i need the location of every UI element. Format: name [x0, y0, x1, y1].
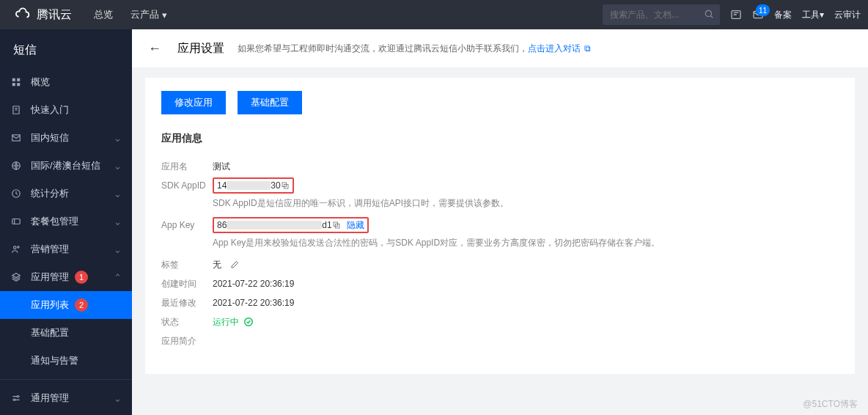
row-sdkappid: SDK AppID 14 30 [161, 177, 839, 194]
sidebar-item-quickstart[interactable]: 快速入门 [0, 96, 132, 124]
content-area: ← 应用设置 如果您希望与工程师即时沟通交流，欢迎通过腾讯云短信小助手联系我们，… [132, 29, 868, 415]
masked-content [227, 221, 322, 229]
nav-overview[interactable]: 总览 [94, 8, 113, 21]
brand-text: 腾讯云 [37, 7, 72, 23]
stack-icon [10, 272, 22, 282]
svg-point-13 [18, 246, 19, 248]
clock-icon [10, 188, 22, 199]
status-value: 运行中 [213, 314, 254, 330]
header-beian[interactable]: 备案 [774, 9, 792, 21]
people-icon [10, 244, 22, 254]
nav-products[interactable]: 云产品▾ [130, 8, 167, 21]
svg-rect-11 [12, 219, 21, 224]
ticket-icon [10, 216, 22, 227]
brief-label: 应用简介 [161, 333, 213, 349]
search-box[interactable] [603, 4, 720, 25]
created-value: 2021-07-22 20:36:19 [213, 276, 294, 292]
created-label: 创建时间 [161, 276, 213, 292]
grid-icon [10, 77, 22, 87]
search-input[interactable] [603, 4, 720, 25]
sidebar-item-notify[interactable]: 通知与告警 [0, 347, 132, 375]
sidebar-item-baseconfig[interactable]: 基础配置 [0, 319, 132, 347]
external-link-icon: ⧉ [582, 43, 591, 54]
check-circle-icon [243, 317, 254, 327]
notice-text: 如果您希望与工程师即时沟通交流，欢迎通过腾讯云短信小助手联系我们，点击进入对话 … [238, 43, 591, 55]
notice-link[interactable]: 点击进入对话 [528, 43, 581, 54]
svg-rect-3 [12, 78, 15, 81]
search-icon[interactable] [704, 9, 714, 19]
sdk-redbox: 14 30 [213, 177, 294, 194]
chevron-down-icon: ⌄ [114, 161, 122, 172]
button-row: 修改应用 基础配置 [161, 91, 839, 114]
sidebar-title: 短信 [0, 29, 132, 68]
appkey-redbox: 86 d1 隐藏 [213, 217, 369, 233]
back-arrow-icon[interactable]: ← [148, 41, 164, 56]
sidebar: 短信 概览 快速入门 国内短信 ⌄ 国际/港澳台短信 ⌄ 统计分析 ⌄ 套餐包管… [0, 29, 132, 415]
sdk-desc: SDK AppID是短信应用的唯一标识，调用短信API接口时，需要提供该参数。 [213, 197, 839, 210]
header-tools[interactable]: 工具▾ [802, 9, 824, 21]
doc-icon [10, 105, 22, 115]
appkey-value: 86 d1 隐藏 [213, 217, 369, 233]
row-modified: 最近修改 2021-07-22 20:36:19 [161, 295, 839, 311]
watermark: @51CTO博客 [803, 398, 858, 411]
chevron-down-icon: ⌄ [114, 188, 122, 199]
modified-value: 2021-07-22 20:36:19 [213, 295, 294, 311]
cloud-icon [15, 7, 31, 23]
tag-value: 无 [213, 257, 239, 273]
chevron-down-icon: ⌄ [114, 244, 122, 255]
top-header: 腾讯云 总览 云产品▾ 11 备案 工具▾ 云审计 [0, 0, 868, 29]
appname-label: 应用名 [161, 158, 213, 175]
svg-point-0 [705, 10, 711, 16]
edit-app-button[interactable]: 修改应用 [161, 91, 226, 114]
chevron-down-icon: ▾ [162, 10, 167, 21]
row-brief: 应用简介 [161, 333, 839, 349]
brand-logo[interactable]: 腾讯云 [15, 7, 72, 23]
sidebar-item-stats[interactable]: 统计分析 ⌄ [0, 180, 132, 208]
message-icon[interactable]: 11 [752, 9, 764, 21]
appkey-desc: App Key是用来校验短信发送合法性的密码，与SDK AppID对应，需要业务… [213, 236, 839, 249]
sliders-icon [10, 393, 22, 403]
header-audit[interactable]: 云审计 [834, 9, 861, 21]
edit-icon[interactable] [230, 260, 239, 269]
chevron-down-icon: ⌄ [114, 216, 122, 227]
tag-label: 标签 [161, 257, 213, 273]
row-appname: 应用名 测试 [161, 158, 839, 175]
hide-link[interactable]: 隐藏 [347, 217, 364, 233]
sidebar-item-marketing[interactable]: 营销管理 ⌄ [0, 235, 132, 263]
base-config-button[interactable]: 基础配置 [238, 91, 302, 114]
mail-icon [10, 133, 22, 143]
svg-rect-4 [17, 78, 20, 81]
shortcut-icon[interactable] [730, 9, 742, 21]
row-created: 创建时间 2021-07-22 20:36:19 [161, 276, 839, 292]
svg-point-12 [14, 246, 17, 249]
section-title: 应用信息 [161, 132, 839, 145]
appkey-label: App Key [161, 217, 213, 233]
svg-point-14 [17, 396, 18, 397]
badge-2: 2 [75, 298, 88, 312]
globe-icon [10, 161, 22, 171]
message-badge: 11 [756, 4, 770, 16]
sdk-label: SDK AppID [161, 177, 213, 194]
sidebar-item-package[interactable]: 套餐包管理 ⌄ [0, 208, 132, 235]
top-nav: 总览 云产品▾ [94, 8, 167, 21]
sidebar-item-appmgmt[interactable]: 应用管理 1 ⌃ [0, 263, 132, 291]
masked-content [227, 181, 271, 190]
header-right: 11 备案 工具▾ 云审计 [603, 4, 861, 25]
sidebar-item-domestic[interactable]: 国内短信 ⌄ [0, 124, 132, 152]
copy-icon[interactable] [281, 181, 290, 190]
sidebar-item-intl[interactable]: 国际/港澳台短信 ⌄ [0, 152, 132, 180]
copy-icon[interactable] [332, 221, 341, 229]
page-title: 应用设置 [177, 41, 224, 56]
chevron-up-icon: ⌃ [114, 272, 122, 283]
sidebar-item-applist[interactable]: 应用列表 2 [0, 291, 132, 319]
chevron-down-icon: ⌄ [114, 133, 122, 144]
row-appkey: App Key 86 d1 隐藏 [161, 217, 839, 233]
svg-point-15 [14, 399, 15, 400]
main-panel: 修改应用 基础配置 应用信息 应用名 测试 SDK AppID 14 30 SD… [145, 78, 855, 374]
sidebar-item-overview[interactable]: 概览 [0, 68, 132, 96]
sidebar-item-general[interactable]: 通用管理 ⌄ [0, 384, 132, 412]
svg-rect-6 [17, 83, 20, 86]
sidebar-separator [0, 379, 132, 380]
row-status: 状态 运行中 [161, 314, 839, 330]
status-label: 状态 [161, 314, 213, 330]
